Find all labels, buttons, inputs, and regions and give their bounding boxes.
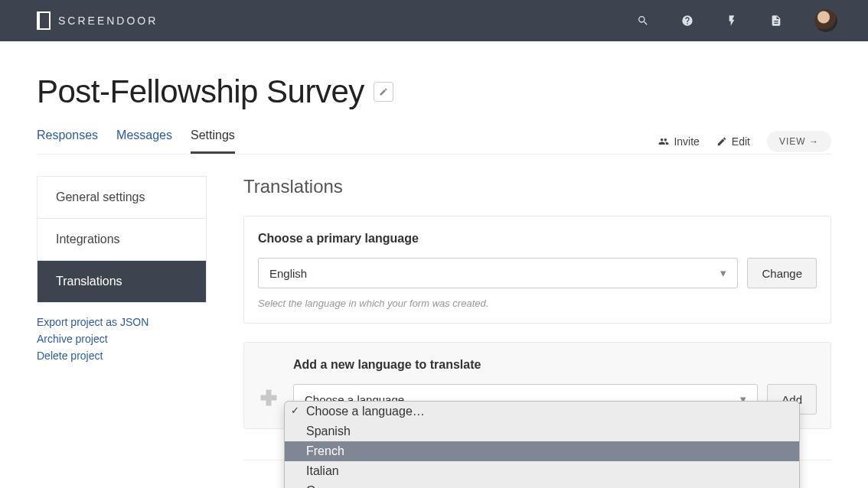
export-json-link[interactable]: Export project as JSON [37, 314, 207, 330]
sidebar-item-general[interactable]: General settings [38, 177, 206, 219]
language-dropdown: Choose a language… Spanish French Italia… [284, 401, 800, 488]
lightning-icon[interactable] [726, 15, 738, 27]
edit-title-button[interactable] [374, 82, 393, 102]
logo-icon [37, 11, 51, 30]
main-content: Translations Choose a primary language E… [243, 176, 831, 460]
invite-button[interactable]: Invite [658, 135, 699, 148]
view-button[interactable]: VIEW → [767, 131, 831, 152]
brand[interactable]: SCREENDOOR [37, 11, 158, 30]
document-icon[interactable] [770, 15, 782, 27]
primary-language-select[interactable]: English ▾ [258, 258, 738, 288]
pencil-icon [716, 136, 727, 147]
app-header: SCREENDOOR [0, 0, 868, 41]
dropdown-option-german[interactable]: German [285, 481, 799, 488]
caret-down-icon: ▾ [720, 266, 726, 280]
primary-language-card: Choose a primary language English ▾ Chan… [243, 216, 831, 324]
add-language-card: Add a new language to translate Choose a… [243, 342, 831, 429]
dropdown-option-french[interactable]: French [285, 441, 799, 461]
primary-language-label: Choose a primary language [258, 232, 817, 246]
invite-label: Invite [674, 135, 699, 148]
primary-language-value: English [269, 267, 307, 280]
add-language-label: Add a new language to translate [293, 358, 817, 372]
tab-responses[interactable]: Responses [37, 129, 98, 154]
pencil-icon [379, 87, 388, 96]
brand-name: SCREENDOOR [58, 15, 158, 27]
dropdown-option-italian[interactable]: Italian [285, 461, 799, 481]
change-button[interactable]: Change [747, 258, 817, 288]
dropdown-option-spanish[interactable]: Spanish [285, 421, 799, 441]
primary-language-helper: Select the language in which your form w… [258, 298, 817, 309]
people-icon [658, 136, 669, 147]
settings-sidebar: General settings Integrations Translatio… [37, 176, 207, 460]
header-actions [637, 9, 837, 32]
tab-bar: Responses Messages Settings Invite Edit … [37, 129, 831, 155]
avatar[interactable] [814, 9, 837, 32]
delete-project-link[interactable]: Delete project [37, 347, 207, 364]
tab-messages[interactable]: Messages [116, 129, 172, 154]
sidebar-item-translations[interactable]: Translations [38, 261, 206, 302]
archive-project-link[interactable]: Archive project [37, 330, 207, 347]
plus-icon [258, 387, 279, 408]
help-icon[interactable] [681, 15, 693, 27]
edit-label: Edit [732, 135, 750, 148]
page-container: Post-Fellowship Survey Responses Message… [0, 41, 868, 488]
section-title: Translations [243, 176, 831, 197]
search-icon[interactable] [637, 15, 649, 27]
sidebar-item-integrations[interactable]: Integrations [38, 219, 206, 261]
page-title: Post-Fellowship Survey [37, 73, 364, 110]
dropdown-option-placeholder[interactable]: Choose a language… [285, 402, 799, 421]
tab-settings[interactable]: Settings [191, 129, 235, 154]
edit-button[interactable]: Edit [716, 135, 750, 148]
